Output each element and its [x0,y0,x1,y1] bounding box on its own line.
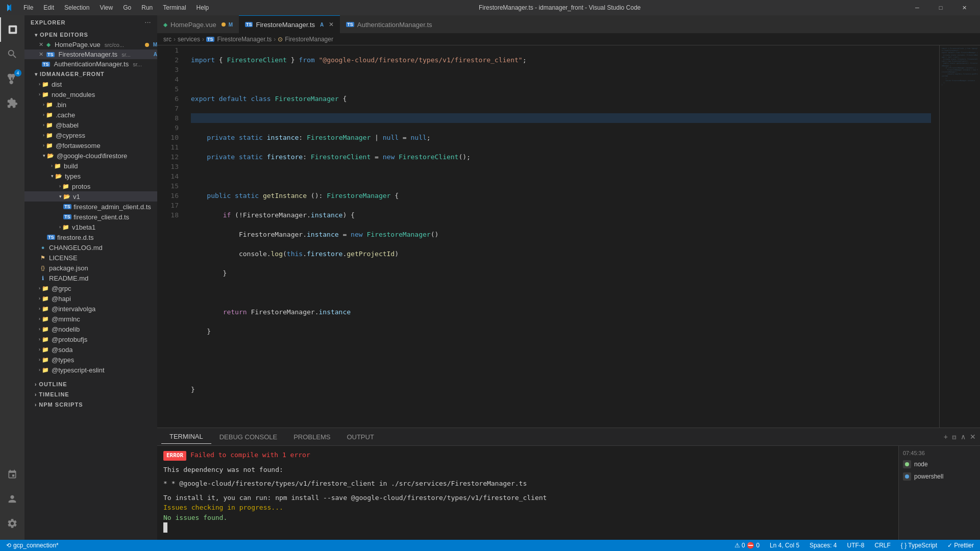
close-icon-firestore[interactable]: ✕ [39,51,43,58]
status-spaces-text: Spaces: 4 [810,542,837,549]
breadcrumb-class[interactable]: FirestoreManager [285,36,333,43]
tree-protobufjs[interactable]: › 📁 @protobufjs [24,334,157,344]
tab-authmanager[interactable]: TS AuthenticationManager.ts [340,15,438,33]
tree-build[interactable]: › 📁 build [24,161,157,171]
error-badge: ERROR [163,451,186,461]
menu-selection[interactable]: Selection [59,2,94,13]
node-modules-label: node_modules [52,91,95,98]
status-remote-text: gcp_connection* [13,542,59,549]
menu-view[interactable]: View [94,2,118,13]
tree-typescript-eslint[interactable]: › 📁 @typescript-eslint [24,365,157,375]
tree-fortawesome[interactable]: › 📁 @fortawesome [24,140,157,151]
open-editors-item-firestore[interactable]: ✕ TS FirestoreManager.ts sr... A [24,49,157,59]
tree-bin[interactable]: › 📁 .bin [24,99,157,110]
status-remote[interactable]: ⟲ gcp_connection* [4,542,61,549]
tree-soda[interactable]: › 📁 @soda [24,344,157,355]
tab-firestoremanager[interactable]: TS FirestoreManager.ts A ✕ [239,15,340,33]
tab-firestoremanager-close[interactable]: ✕ [329,21,334,28]
soda-arrow: › [39,347,40,352]
tree-babel[interactable]: › 📁 @babel [24,120,157,130]
open-editors-header[interactable]: ▾ OPEN EDITORS [24,30,157,40]
menu-file[interactable]: File [18,2,38,13]
terminal-process-powershell[interactable]: powershell [899,470,980,483]
close-icon[interactable]: ✕ [39,41,43,48]
terminal-tab-problems[interactable]: PROBLEMS [285,430,338,444]
tree-hapi[interactable]: › 📁 @hapi [24,293,157,304]
open-editors-item-homepage[interactable]: ✕ ◈ HomePage.vue src/co... M [24,40,157,49]
tree-v1[interactable]: ▾ 📂 v1 [24,191,157,202]
sidebar-menu[interactable]: ··· [145,19,151,26]
terminal-tab-output[interactable]: OUTPUT [338,430,382,444]
status-errors[interactable]: ⚠ 0 ⛔ 0 [732,542,762,549]
tree-nodelib[interactable]: › 📁 @nodelib [24,324,157,334]
close-button[interactable]: ✕ [952,0,976,15]
open-editors-label: OPEN EDITORS [40,32,88,38]
project-section-header[interactable]: ▾ IDMANAGER_FRONT [24,69,157,79]
status-language[interactable]: { } TypeScript [899,542,939,549]
sidebar-title: EXPLORER [31,19,66,26]
activity-accounts[interactable] [0,487,24,511]
activity-settings[interactable] [0,511,24,536]
status-prettier[interactable]: ✓ Prettier [945,542,976,549]
powershell-process-label: powershell [914,473,943,480]
terminal-tab-terminal[interactable]: TERMINAL [161,430,211,444]
activity-explorer[interactable] [0,17,24,42]
menu-help[interactable]: Help [191,2,214,13]
terminal-add-button[interactable]: + [944,433,948,441]
menu-go[interactable]: Go [118,2,136,13]
tree-protos[interactable]: › 📁 protos [24,181,157,191]
status-encoding[interactable]: UTF-8 [845,542,866,549]
tree-types[interactable]: ▾ 📂 types [24,171,157,181]
tree-firestore-d[interactable]: TS firestore.d.ts [24,232,157,242]
breadcrumb-services[interactable]: services [178,36,200,43]
status-cursor[interactable]: Ln 4, Col 5 [768,542,801,549]
node-process-label: node [914,461,928,468]
tree-cache[interactable]: › 📁 .cache [24,110,157,120]
status-encoding-text: UTF-8 [847,542,864,549]
tree-cypress[interactable]: › 📁 @cypress [24,130,157,140]
tree-readme[interactable]: ℹ README.md [24,273,157,283]
tree-changelog[interactable]: ● CHANGELOG.md [24,242,157,253]
editor-area: ◈ HomePage.vue M TS FirestoreManager.ts … [157,15,980,540]
tree-dist[interactable]: › 📁 dist [24,79,157,89]
breadcrumb-file[interactable]: FirestoreManager.ts [217,36,272,43]
status-spaces[interactable]: Spaces: 4 [807,542,839,549]
protos-label: protos [72,183,90,190]
menu-run[interactable]: Run [136,2,158,13]
menu-terminal[interactable]: Terminal [158,2,191,13]
npm-scripts-section-header[interactable]: › NPM SCRIPTS [24,399,157,410]
code-editor[interactable]: import { FirestoreClient } from "@google… [183,45,939,428]
activity-search[interactable] [0,42,24,66]
maximize-button[interactable]: □ [929,0,952,15]
tab-homepage[interactable]: ◈ HomePage.vue M [157,15,239,33]
terminal-line5: No issues found. [163,513,892,523]
terminal-close-button[interactable]: ✕ [970,433,976,441]
tree-v1beta1[interactable]: › 📁 v1beta1 [24,222,157,232]
tree-google-cloud[interactable]: ▾ 📂 @google-cloud\firestore [24,151,157,161]
tree-firestore-client[interactable]: TS firestore_client.d.ts [24,212,157,222]
tree-types-scope[interactable]: › 📁 @types [24,355,157,365]
tree-grpc[interactable]: › 📁 @grpc [24,283,157,293]
terminal-output[interactable]: ERROR Failed to compile with 1 error Thi… [157,446,898,540]
tree-node-modules[interactable]: › 📁 node_modules [24,89,157,99]
terminal-split-button[interactable]: ⧈ [952,433,957,441]
tab-firestoremanager-name: FirestoreManager.ts [256,21,315,29]
open-editors-item-auth[interactable]: TS AuthenticationManager.ts sr... [24,59,157,69]
tree-package[interactable]: {} package.json [24,263,157,273]
terminal-maximize-button[interactable]: ∧ [961,433,966,441]
tree-license[interactable]: ⚑ LICENSE [24,253,157,263]
activity-extensions[interactable] [0,91,24,115]
activity-remote[interactable] [0,462,24,487]
outline-section-header[interactable]: › OUTLINE [24,379,157,389]
activity-source-control[interactable]: 4 [0,66,24,91]
tree-mrmlnc[interactable]: › 📁 @mrmlnc [24,314,157,324]
terminal-tab-debug[interactable]: DEBUG CONSOLE [211,430,285,444]
timeline-section-header[interactable]: › TIMELINE [24,389,157,399]
tree-intervalvolga[interactable]: › 📁 @intervalvolga [24,304,157,314]
menu-edit[interactable]: Edit [38,2,59,13]
minimize-button[interactable]: ─ [905,0,929,15]
status-eol[interactable]: CRLF [872,542,892,549]
terminal-process-node[interactable]: node [899,458,980,470]
breadcrumb-src[interactable]: src [163,36,172,43]
tree-firestore-admin[interactable]: TS firestore_admin_client.d.ts [24,202,157,212]
